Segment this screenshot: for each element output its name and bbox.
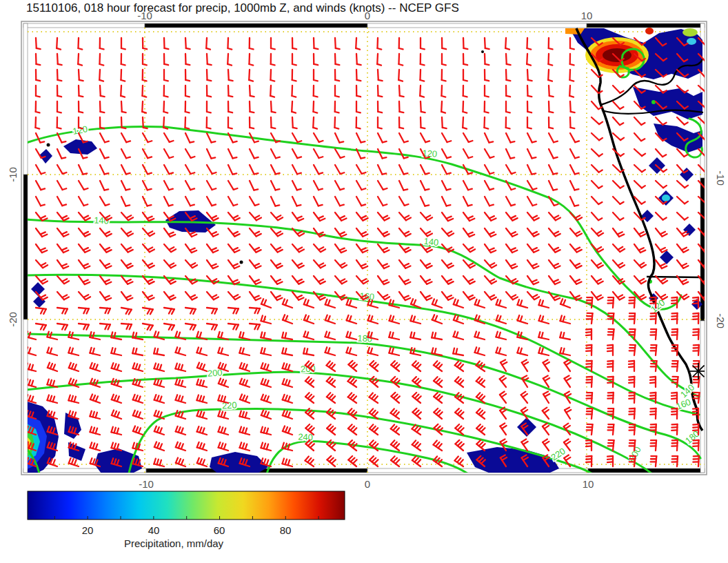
wind-barb bbox=[219, 379, 228, 387]
wind-barb bbox=[505, 38, 509, 50]
wind-barb bbox=[314, 244, 325, 252]
lon-label-top: 10 bbox=[581, 10, 593, 21]
wind-barb bbox=[325, 299, 335, 308]
wind-barb bbox=[305, 393, 314, 403]
wind-barb bbox=[421, 38, 425, 49]
wind-barb bbox=[303, 348, 314, 355]
wind-barb bbox=[455, 457, 463, 466]
lat-label-left: -10 bbox=[7, 167, 19, 182]
wind-barb bbox=[634, 181, 645, 188]
map-plot-area: 1201201201401401401601601801802002002002… bbox=[25, 28, 710, 477]
wind-barb bbox=[677, 260, 688, 268]
wind-barb bbox=[485, 86, 489, 97]
wind-barb bbox=[399, 260, 410, 268]
wind-barb bbox=[592, 292, 603, 300]
wind-barb bbox=[228, 197, 237, 206]
wind-barb bbox=[348, 393, 356, 403]
colorbar-caption: Precipitation, mm/day bbox=[124, 537, 224, 549]
wind-barb bbox=[506, 197, 515, 206]
wind-barb bbox=[548, 54, 552, 66]
wind-barb bbox=[521, 392, 527, 403]
wind-barb bbox=[629, 297, 634, 308]
wind-barb bbox=[79, 86, 83, 97]
wind-barb bbox=[377, 38, 381, 50]
wind-barb bbox=[399, 292, 410, 300]
wind-barb bbox=[99, 70, 103, 81]
station-marker bbox=[690, 363, 707, 379]
wind-barb bbox=[368, 299, 378, 308]
wind-barb bbox=[527, 149, 536, 158]
wind-barb bbox=[334, 117, 338, 129]
wind-barb bbox=[185, 133, 194, 143]
wind-barb bbox=[335, 133, 343, 143]
wind-barb bbox=[239, 348, 250, 355]
wind-barb bbox=[335, 165, 344, 174]
wind-barb bbox=[57, 86, 61, 97]
wind-barb bbox=[164, 54, 168, 65]
wind-barb bbox=[356, 276, 368, 284]
wind-barb bbox=[79, 70, 83, 81]
wind-barb bbox=[143, 38, 147, 49]
wind-barb bbox=[543, 439, 549, 451]
wind-barb bbox=[36, 181, 45, 190]
wind-barb bbox=[207, 244, 218, 253]
wind-barb bbox=[154, 426, 164, 435]
wind-barb bbox=[292, 117, 297, 128]
wind-barb bbox=[634, 117, 645, 125]
wind-barb bbox=[463, 181, 472, 190]
wind-barb bbox=[314, 213, 325, 221]
wind-barb bbox=[271, 292, 282, 300]
wind-barb bbox=[133, 411, 143, 419]
wind-barb bbox=[121, 276, 132, 284]
wind-barb bbox=[549, 213, 560, 220]
wind-barb bbox=[228, 38, 232, 50]
wind-barb bbox=[608, 424, 614, 435]
wind-barb bbox=[549, 244, 560, 253]
wind-barb bbox=[656, 181, 667, 188]
wind-barb bbox=[335, 38, 340, 49]
wind-barb bbox=[370, 456, 378, 466]
wind-barb bbox=[218, 395, 228, 403]
wind-barb bbox=[671, 440, 677, 451]
wind-barb bbox=[455, 377, 463, 387]
wind-barb bbox=[527, 54, 531, 66]
wind-barb bbox=[292, 276, 304, 284]
wind-barb bbox=[100, 86, 105, 97]
wind-barb bbox=[335, 197, 344, 206]
neatline-top-segment bbox=[367, 23, 587, 28]
wind-barb bbox=[634, 149, 645, 156]
wind-barb bbox=[378, 276, 389, 284]
wind-barb bbox=[250, 292, 261, 300]
wind-barb bbox=[570, 38, 574, 49]
wind-barb bbox=[283, 299, 292, 308]
wind-barb bbox=[592, 276, 603, 284]
wind-barb bbox=[656, 244, 667, 253]
wind-barb bbox=[421, 276, 432, 284]
wind-barb bbox=[463, 101, 467, 113]
wind-barb bbox=[143, 149, 152, 158]
wind-barb bbox=[629, 424, 635, 435]
wind-barb bbox=[634, 276, 646, 284]
wind-barb bbox=[570, 54, 574, 65]
wind-barb bbox=[500, 376, 506, 387]
wind-barb bbox=[313, 117, 317, 129]
wind-barb bbox=[164, 292, 176, 300]
wind-barb bbox=[250, 101, 254, 112]
wind-barb bbox=[549, 101, 553, 112]
wind-barb bbox=[335, 276, 347, 284]
wind-barb bbox=[314, 70, 318, 81]
wind-barb bbox=[543, 391, 549, 403]
wind-barb bbox=[629, 408, 634, 419]
wind-barb bbox=[143, 181, 152, 190]
wind-barb bbox=[327, 424, 335, 435]
wind-barb bbox=[378, 181, 387, 190]
wind-barb bbox=[79, 101, 83, 112]
wind-barb bbox=[677, 213, 688, 219]
wind-barb bbox=[453, 348, 463, 355]
wind-barb bbox=[613, 292, 625, 299]
wind-barb bbox=[420, 86, 424, 97]
wind-barb bbox=[335, 228, 346, 237]
wind-barb bbox=[506, 292, 518, 299]
wind-barb bbox=[261, 348, 271, 355]
wind-barb bbox=[314, 292, 325, 300]
